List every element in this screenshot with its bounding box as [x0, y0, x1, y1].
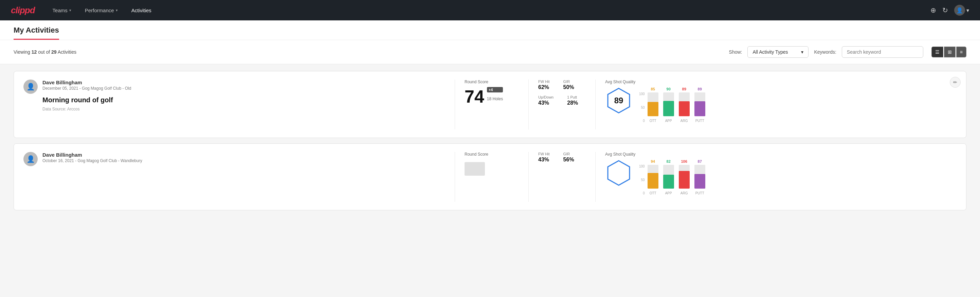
- quality-content: 100 50 0 94 OTT: [605, 160, 705, 202]
- chart-bars: 85 OTT 90: [648, 87, 705, 129]
- stat-row: FW Hit 43% GIR 56%: [538, 152, 586, 163]
- view-toggles: ☰ ⊞ ≡: [931, 46, 966, 57]
- bar-app: 82 APP: [663, 160, 674, 195]
- hexagon: [605, 160, 632, 187]
- gir-stat: GIR 50%: [563, 80, 574, 90]
- putt-label: 1 Putt: [567, 95, 578, 99]
- bar-putt: 87 PUTT: [694, 160, 705, 195]
- fw-hit-label: FW Hit: [538, 80, 550, 84]
- putt-stat: 1 Putt 28%: [567, 95, 578, 106]
- nav-performance[interactable]: Performance ▾: [84, 8, 119, 13]
- avg-shot-label: Avg Shot Quality: [605, 152, 705, 156]
- fw-hit-stat: FW Hit 43%: [538, 152, 550, 163]
- activity-date: December 05, 2021 - Gog Magog Golf Club …: [43, 86, 131, 91]
- compact-view-button[interactable]: ≡: [956, 46, 966, 57]
- user-info: Dave Billingham October 16, 2021 - Gog M…: [43, 152, 142, 166]
- divider: [528, 152, 529, 202]
- card-left: 👤 Dave Billingham October 16, 2021 - Gog…: [24, 152, 445, 166]
- hexagon-svg: [605, 160, 632, 187]
- activity-title: Morning round of golf: [43, 96, 131, 104]
- logo[interactable]: clippd: [11, 5, 35, 16]
- hexagon-wrap: 89: [605, 87, 632, 114]
- bar-putt: 89 PUTT: [694, 87, 705, 123]
- show-label: Show:: [729, 49, 742, 55]
- user-name: Dave Billingham: [43, 80, 131, 85]
- avg-shot-label: Avg Shot Quality: [605, 80, 705, 84]
- activity-card: 👤 Dave Billingham October 16, 2021 - Gog…: [14, 144, 966, 210]
- round-score-label: Round Score: [465, 152, 519, 156]
- fw-hit-value: 43%: [538, 156, 550, 163]
- updown-stat: Up/Down 43%: [538, 95, 554, 106]
- stat-row: FW Hit 62% GIR 50%: [538, 80, 586, 90]
- putt-value: 28%: [567, 100, 578, 106]
- score-badge: +4: [487, 87, 503, 93]
- quality-content: 89 100 50 0 85: [605, 87, 705, 129]
- hexagon: 89: [605, 87, 632, 114]
- avatar: 👤: [954, 5, 965, 16]
- navbar: clippd Teams ▾ Performance ▾ Activities …: [0, 0, 980, 21]
- divider: [528, 80, 529, 129]
- gir-value: 56%: [563, 156, 574, 163]
- add-icon[interactable]: ⊕: [931, 6, 936, 14]
- score-main: 74 +4 18 Holes: [465, 87, 519, 105]
- stats-section: FW Hit 43% GIR 56%: [538, 152, 586, 163]
- score-holes: 18 Holes: [487, 96, 503, 101]
- divider: [595, 152, 596, 202]
- score-value: 74: [465, 88, 484, 105]
- stats-section: FW Hit 62% GIR 50% Up/Down 43% 1 Putt 28…: [538, 80, 586, 106]
- fw-hit-label: FW Hit: [538, 152, 550, 156]
- chevron-down-icon: ▾: [116, 8, 118, 13]
- user-info: Dave Billingham December 05, 2021 - Gog …: [43, 80, 131, 112]
- score-section: Round Score: [465, 152, 519, 176]
- fw-hit-value: 62%: [538, 84, 550, 90]
- chevron-down-icon: ▾: [69, 8, 71, 13]
- bar-arg: 106 ARG: [679, 160, 690, 195]
- activity-card: ✏ 👤 Dave Billingham December 05, 2021 - …: [14, 71, 966, 138]
- round-score-label: Round Score: [465, 80, 519, 84]
- divider: [595, 80, 596, 129]
- updown-label: Up/Down: [538, 95, 554, 99]
- grid-view-button[interactable]: ⊞: [944, 46, 956, 57]
- keywords-label: Keywords:: [814, 49, 836, 55]
- quality-section: Avg Shot Quality 100 50 0: [605, 152, 956, 202]
- quality-section: Avg Shot Quality 89 1: [605, 80, 956, 129]
- stat-row: Up/Down 43% 1 Putt 28%: [538, 95, 586, 106]
- bar-app: 90 APP: [663, 87, 674, 123]
- svg-marker-1: [608, 161, 630, 185]
- activity-date: October 16, 2021 - Gog Magog Golf Club -…: [43, 158, 142, 163]
- gir-label: GIR: [563, 152, 574, 156]
- activities-list: ✏ 👤 Dave Billingham December 05, 2021 - …: [0, 64, 980, 217]
- updown-value: 43%: [538, 100, 554, 106]
- chart-y-axis: 100 50 0: [639, 164, 645, 195]
- nav-icons: ⊕ ↻ 👤 ▾: [931, 5, 969, 16]
- edit-button[interactable]: ✏: [950, 77, 961, 88]
- score-placeholder: [465, 162, 485, 176]
- avatar-icon: 👤: [27, 83, 35, 91]
- gir-label: GIR: [563, 80, 574, 84]
- user-name: Dave Billingham: [43, 152, 142, 158]
- divider: [455, 80, 455, 129]
- avatar: 👤: [24, 152, 38, 166]
- chevron-down-icon: ▾: [966, 7, 969, 14]
- bar-ott: 85 OTT: [648, 87, 659, 123]
- page-title: My Activities: [14, 26, 59, 40]
- gir-value: 50%: [563, 84, 574, 90]
- bar-arg: 89 ARG: [679, 87, 690, 123]
- refresh-icon[interactable]: ↻: [942, 6, 948, 14]
- chevron-down-icon: ▾: [801, 49, 803, 55]
- chart-y-axis: 100 50 0: [639, 92, 645, 123]
- hex-score: 89: [614, 96, 624, 105]
- bar-chart: 100 50 0 94 OTT: [639, 160, 705, 202]
- gir-stat: GIR 56%: [563, 152, 574, 163]
- user-menu[interactable]: 👤 ▾: [954, 5, 969, 16]
- keyword-search-input[interactable]: [842, 46, 923, 58]
- score-section: Round Score 74 +4 18 Holes: [465, 80, 519, 105]
- avatar: 👤: [24, 80, 38, 94]
- nav-activities[interactable]: Activities: [130, 8, 153, 13]
- fw-hit-stat: FW Hit 62%: [538, 80, 550, 90]
- bar-chart: 100 50 0 85 OTT: [639, 87, 705, 129]
- list-view-button[interactable]: ☰: [931, 46, 943, 57]
- activity-type-dropdown[interactable]: All Activity Types ▾: [748, 46, 808, 58]
- nav-teams[interactable]: Teams ▾: [51, 8, 73, 13]
- bar-ott: 94 OTT: [648, 160, 659, 195]
